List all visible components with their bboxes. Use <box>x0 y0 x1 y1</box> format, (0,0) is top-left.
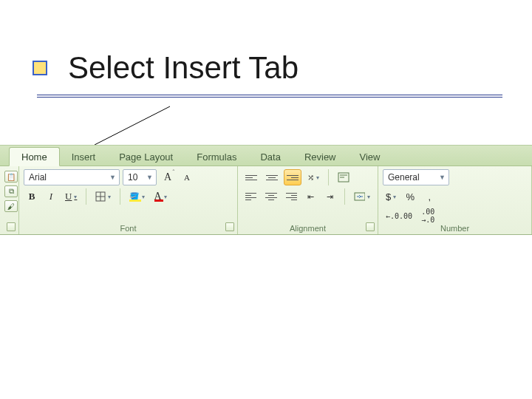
group-label-alignment[interactable]: Alignment <box>238 224 378 233</box>
decrease-font-button[interactable]: A <box>179 169 195 185</box>
pointer-arrow <box>89 103 177 148</box>
align-left-button[interactable] <box>242 188 259 205</box>
increase-decimal-button[interactable]: ←.0.00 <box>383 208 415 224</box>
italic-button[interactable]: I <box>43 188 59 205</box>
tab-review[interactable]: Review <box>293 148 348 166</box>
number-format-value: General <box>388 172 420 183</box>
merge-center-button[interactable] <box>351 188 373 205</box>
tab-strip: Home Insert Page Layout Formulas Data Re… <box>0 146 532 166</box>
group-font: Arial ▼ 10 ▼ A A B I U <box>19 166 238 234</box>
font-name-value: Arial <box>29 172 47 183</box>
slide-rule <box>37 97 502 98</box>
comma-style-button[interactable]: , <box>421 188 437 205</box>
group-label-number: Number <box>378 224 531 233</box>
tab-home[interactable]: Home <box>9 147 60 166</box>
ribbon: Home Insert Page Layout Formulas Data Re… <box>0 145 532 235</box>
underline-button[interactable]: U <box>62 188 80 205</box>
decrease-decimal-button[interactable]: .00→.0 <box>418 208 437 224</box>
group-alignment: ⤮ ⇤ ⇥ Alignment <box>238 166 378 234</box>
align-right-button[interactable] <box>283 188 300 205</box>
percent-button[interactable]: % <box>402 188 418 205</box>
format-painter-icon[interactable]: 🖌 <box>4 200 18 212</box>
slide-title: Select Insert Tab <box>68 50 299 86</box>
wrap-text-icon <box>338 172 349 183</box>
tab-page-layout[interactable]: Page Layout <box>107 148 185 166</box>
align-top-right-button[interactable] <box>284 169 301 185</box>
separator <box>86 188 86 205</box>
slide-bullet-icon <box>33 61 47 75</box>
chevron-down-icon: ▼ <box>109 174 116 181</box>
currency-button[interactable]: $ <box>383 188 399 205</box>
align-center-button[interactable] <box>262 188 279 205</box>
separator <box>120 188 120 205</box>
fill-color-button[interactable]: 🪣 <box>126 188 148 205</box>
separator <box>328 169 329 185</box>
tab-insert[interactable]: Insert <box>60 148 108 166</box>
borders-button[interactable] <box>92 188 114 205</box>
number-format-combo[interactable]: General ▼ <box>383 169 449 185</box>
svg-line-0 <box>95 106 170 145</box>
increase-font-button[interactable]: A <box>160 169 176 185</box>
tab-data[interactable]: Data <box>248 148 292 166</box>
separator <box>344 188 345 205</box>
ribbon-groups: 📋 ⧉ 🖌 Arial ▼ 10 ▼ A A B I <box>0 166 532 234</box>
wrap-text-button[interactable] <box>335 169 352 185</box>
orientation-button[interactable]: ⤮ <box>304 169 322 185</box>
align-top-center-button[interactable] <box>263 169 281 185</box>
font-color-button[interactable]: A <box>151 188 169 205</box>
decrease-indent-button[interactable]: ⇤ <box>303 188 319 205</box>
chevron-down-icon: ▼ <box>146 174 153 181</box>
align-top-left-button[interactable] <box>242 169 260 185</box>
group-clipboard: 📋 ⧉ 🖌 <box>0 166 19 234</box>
merge-icon <box>354 192 365 201</box>
chevron-down-icon: ▼ <box>439 174 446 181</box>
group-label-font[interactable]: Font <box>19 224 237 233</box>
font-name-combo[interactable]: Arial ▼ <box>24 169 120 185</box>
tab-formulas[interactable]: Formulas <box>185 148 248 166</box>
font-size-value: 10 <box>128 172 137 183</box>
paste-icon[interactable]: 📋 <box>4 171 18 183</box>
slide-rule <box>37 95 502 95</box>
increase-indent-button[interactable]: ⇥ <box>322 188 338 205</box>
svg-rect-7 <box>355 193 365 200</box>
font-size-combo[interactable]: 10 ▼ <box>123 169 157 185</box>
copy-icon[interactable]: ⧉ <box>4 185 18 197</box>
group-number: General ▼ $ % , ←.0.00 .00→.0 Number <box>378 166 532 234</box>
bold-button[interactable]: B <box>24 188 40 205</box>
tab-view[interactable]: View <box>348 148 392 166</box>
